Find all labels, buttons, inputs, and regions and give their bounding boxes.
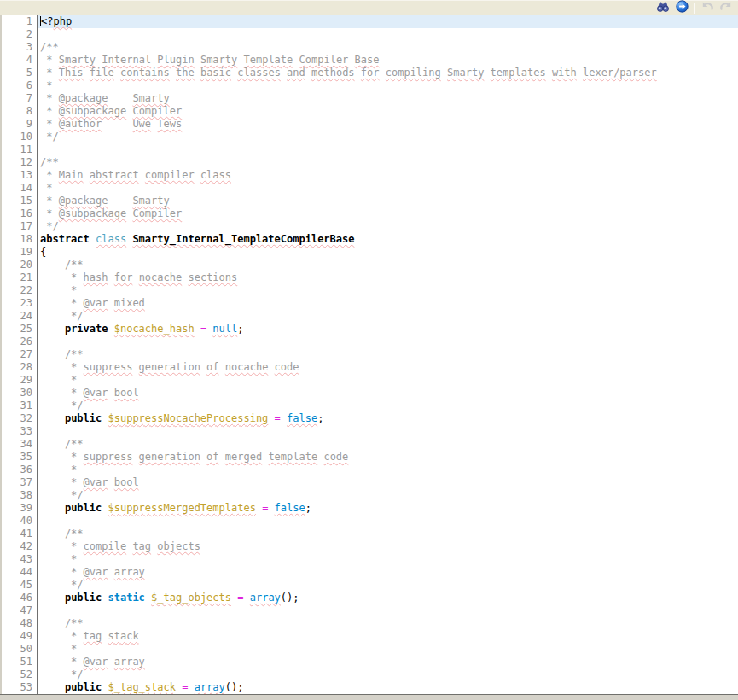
line-number[interactable]: 15 — [2, 195, 38, 207]
line-number[interactable]: 9 — [2, 118, 38, 131]
code-line[interactable]: 20 /** — [2, 259, 738, 271]
code-editor[interactable]: 1<?php23/**4 * Smarty Internal Plugin Sm… — [0, 15, 738, 694]
line-number[interactable]: 25 — [2, 323, 38, 335]
line-number[interactable]: 39 — [2, 502, 38, 515]
find-button[interactable] — [654, 0, 672, 15]
line-number[interactable]: 5 — [2, 67, 38, 79]
code-line[interactable]: 21 * hash for nocache sections — [2, 271, 738, 284]
line-number[interactable]: 8 — [2, 105, 38, 118]
code-line[interactable]: 9 * @author Uwe Tews — [2, 118, 738, 131]
line-number[interactable]: 29 — [2, 374, 38, 387]
line-number[interactable]: 38 — [2, 489, 38, 502]
line-number[interactable]: 35 — [2, 451, 38, 464]
code-line[interactable]: 23 * @var mixed — [2, 297, 738, 310]
line-number[interactable]: 27 — [2, 348, 38, 361]
line-number[interactable]: 11 — [2, 143, 38, 156]
code-line[interactable]: 17 */ — [2, 220, 738, 233]
code-line[interactable]: 49 * tag stack — [2, 630, 738, 643]
code-line[interactable]: 8 * @subpackage Compiler — [2, 105, 738, 118]
code-line[interactable]: 7 * @package Smarty — [2, 92, 738, 105]
code-line[interactable]: 38 */ — [2, 489, 738, 502]
line-number[interactable]: 19 — [2, 246, 38, 259]
line-number[interactable]: 40 — [2, 515, 38, 528]
code-line[interactable]: 10 */ — [2, 131, 738, 143]
line-number[interactable]: 41 — [2, 528, 38, 540]
line-number[interactable]: 44 — [2, 566, 38, 579]
line-number[interactable]: 17 — [2, 220, 38, 233]
line-number[interactable]: 46 — [2, 592, 38, 604]
line-number[interactable]: 10 — [2, 131, 38, 143]
code-line[interactable]: 50 * — [2, 643, 738, 656]
line-number[interactable]: 6 — [2, 79, 38, 92]
code-line[interactable]: 3/** — [2, 41, 738, 54]
line-number[interactable]: 14 — [2, 182, 38, 195]
code-line[interactable]: 34 /** — [2, 438, 738, 451]
line-number[interactable]: 48 — [2, 617, 38, 630]
code-line[interactable]: 2 — [2, 28, 738, 41]
code-line[interactable]: 48 /** — [2, 617, 738, 630]
line-number[interactable]: 22 — [2, 284, 38, 297]
code-line[interactable]: 12/** — [2, 156, 738, 169]
line-number[interactable]: 12 — [2, 156, 38, 169]
line-number[interactable]: 20 — [2, 259, 38, 271]
code-line[interactable]: 19{ — [2, 246, 738, 259]
code-line[interactable]: 33 — [2, 425, 738, 438]
code-line[interactable]: 14 * — [2, 182, 738, 195]
line-number[interactable]: 2 — [2, 28, 38, 41]
code-line[interactable]: 45 */ — [2, 579, 738, 592]
code-line[interactable]: 1<?php — [2, 15, 738, 28]
code-line[interactable]: 11 — [2, 143, 738, 156]
code-line[interactable]: 5 * This file contains the basic classes… — [2, 67, 738, 79]
code-line[interactable]: 39 public $suppressMergedTemplates = fal… — [2, 502, 738, 515]
line-number[interactable]: 1 — [2, 15, 38, 28]
line-number[interactable]: 33 — [2, 425, 38, 438]
code-line[interactable]: 43 * — [2, 553, 738, 566]
line-number[interactable]: 16 — [2, 207, 38, 220]
line-number[interactable]: 4 — [2, 54, 38, 67]
line-number[interactable]: 7 — [2, 92, 38, 105]
line-number[interactable]: 31 — [2, 400, 38, 412]
code-line[interactable]: 35 * suppress generation of merged templ… — [2, 451, 738, 464]
line-number[interactable]: 52 — [2, 668, 38, 681]
line-number[interactable]: 51 — [2, 656, 38, 668]
undo-button[interactable] — [698, 0, 717, 15]
code-line[interactable]: 51 * @var array — [2, 656, 738, 668]
redo-button[interactable] — [717, 0, 735, 15]
code-line[interactable]: 4 * Smarty Internal Plugin Smarty Templa… — [2, 54, 738, 67]
code-line[interactable]: 44 * @var array — [2, 566, 738, 579]
code-line[interactable]: 13 * Main abstract compiler class — [2, 169, 738, 182]
code-line[interactable]: 32 public $suppressNocacheProcessing = f… — [2, 412, 738, 425]
code-line[interactable]: 52 */ — [2, 668, 738, 681]
line-number[interactable]: 47 — [2, 604, 38, 617]
code-line[interactable]: 6 * — [2, 79, 738, 92]
line-number[interactable]: 32 — [2, 412, 38, 425]
line-number[interactable]: 43 — [2, 553, 38, 566]
line-number[interactable]: 28 — [2, 361, 38, 374]
code-line[interactable]: 31 */ — [2, 400, 738, 412]
code-line[interactable]: 28 * suppress generation of nocache code — [2, 361, 738, 374]
line-number[interactable]: 21 — [2, 271, 38, 284]
line-number[interactable]: 3 — [2, 41, 38, 54]
line-number[interactable]: 37 — [2, 476, 38, 489]
code-line[interactable]: 29 * — [2, 374, 738, 387]
code-line[interactable]: 27 /** — [2, 348, 738, 361]
line-number[interactable]: 23 — [2, 297, 38, 310]
go-button[interactable] — [672, 0, 691, 15]
line-number[interactable]: 45 — [2, 579, 38, 592]
line-number[interactable]: 30 — [2, 387, 38, 400]
line-number[interactable]: 13 — [2, 169, 38, 182]
code-line[interactable]: 30 * @var bool — [2, 387, 738, 400]
line-number[interactable]: 34 — [2, 438, 38, 451]
line-number[interactable]: 49 — [2, 630, 38, 643]
line-number[interactable]: 18 — [2, 233, 38, 246]
code-line[interactable]: 41 /** — [2, 528, 738, 540]
line-number[interactable]: 42 — [2, 540, 38, 553]
code-line[interactable]: 47 — [2, 604, 738, 617]
line-number[interactable]: 36 — [2, 464, 38, 476]
code-line[interactable]: 42 * compile tag objects — [2, 540, 738, 553]
line-number[interactable]: 50 — [2, 643, 38, 656]
code-line[interactable]: 18abstract class Smarty_Internal_Templat… — [2, 233, 738, 246]
code-line[interactable]: 26 — [2, 335, 738, 348]
code-line[interactable]: 53 public $_tag_stack = array(); — [2, 681, 738, 694]
code-line[interactable]: 36 * — [2, 464, 738, 476]
